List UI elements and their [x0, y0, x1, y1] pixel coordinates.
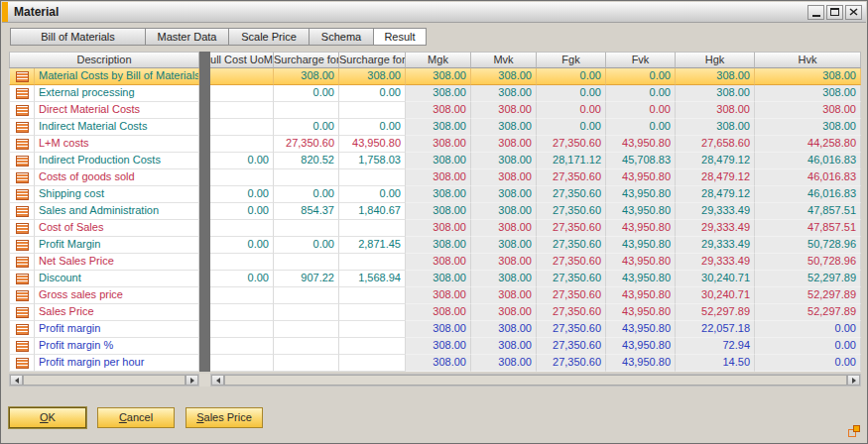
- row-value-cell[interactable]: [339, 321, 406, 338]
- row-value-cell[interactable]: [274, 355, 339, 372]
- table-row[interactable]: Profit Margin0.000.002,871.45308.00308.0…: [9, 237, 861, 254]
- table-row[interactable]: Profit margin per hour308.00308.0027,350…: [9, 355, 861, 372]
- table-row[interactable]: Indirect Production Costs0.00820.521,758…: [9, 153, 861, 169]
- table-row[interactable]: Costs of goods sold308.00308.0027,350.60…: [9, 169, 861, 186]
- row-value-cell[interactable]: [210, 119, 274, 136]
- row-description[interactable]: Profit margin per hour: [35, 355, 199, 372]
- row-value-cell[interactable]: 0.00: [210, 271, 274, 287]
- left-pane-hscrollbar[interactable]: [9, 374, 199, 387]
- row-value-cell[interactable]: [274, 338, 339, 355]
- row-description[interactable]: Costs of goods sold: [35, 169, 199, 186]
- table-row[interactable]: Direct Material Costs308.00308.000.000.0…: [9, 102, 861, 119]
- row-value-cell[interactable]: 308.00: [339, 68, 406, 85]
- row-value-cell[interactable]: 27,350.60: [274, 136, 339, 153]
- pane-splitter[interactable]: [199, 169, 210, 186]
- pane-splitter[interactable]: [199, 355, 210, 372]
- row-description[interactable]: Shipping cost: [35, 186, 199, 203]
- column-header[interactable]: Surcharge for: [339, 52, 406, 68]
- row-drilldown-icon[interactable]: [9, 68, 35, 85]
- row-value-cell[interactable]: [210, 355, 274, 372]
- column-header[interactable]: Fgk: [537, 52, 606, 68]
- row-drilldown-icon[interactable]: [9, 169, 35, 186]
- pane-splitter[interactable]: [199, 119, 210, 136]
- left-hscroll-thumb[interactable]: [23, 375, 186, 386]
- row-drilldown-icon[interactable]: [9, 237, 35, 254]
- row-description[interactable]: Direct Material Costs: [35, 102, 199, 119]
- row-description[interactable]: Indirect Material Costs: [35, 119, 199, 136]
- row-value-cell[interactable]: [210, 169, 274, 186]
- tab-result[interactable]: Result: [373, 28, 427, 46]
- row-description[interactable]: Cost of Sales: [35, 220, 199, 237]
- row-description[interactable]: Profit margin %: [35, 338, 199, 355]
- row-value-cell[interactable]: 2,871.45: [339, 237, 406, 254]
- scroll-right-button[interactable]: [186, 375, 198, 386]
- scroll-left-button[interactable]: [211, 375, 224, 386]
- row-description[interactable]: External processing: [35, 85, 199, 102]
- right-pane-hscrollbar[interactable]: [210, 374, 861, 387]
- row-value-cell[interactable]: 0.00: [274, 186, 339, 203]
- row-value-cell[interactable]: [339, 254, 406, 271]
- row-value-cell[interactable]: 308.00: [274, 68, 339, 85]
- row-drilldown-icon[interactable]: [9, 304, 35, 321]
- pane-splitter[interactable]: [199, 68, 210, 85]
- pane-splitter[interactable]: [199, 338, 210, 355]
- pane-splitter[interactable]: [199, 203, 210, 220]
- row-value-cell[interactable]: 0.00: [339, 85, 406, 102]
- pane-splitter[interactable]: [199, 321, 210, 338]
- row-value-cell[interactable]: [210, 338, 274, 355]
- row-value-cell[interactable]: [274, 220, 339, 237]
- column-header[interactable]: Mvk: [471, 52, 537, 68]
- minimize-button[interactable]: [807, 5, 824, 20]
- row-value-cell[interactable]: [274, 321, 339, 338]
- column-header-description[interactable]: Description: [9, 52, 199, 68]
- pane-splitter[interactable]: [199, 52, 210, 68]
- row-description[interactable]: Net Sales Price: [35, 254, 199, 271]
- row-value-cell[interactable]: 0.00: [210, 153, 274, 169]
- row-value-cell[interactable]: 0.00: [274, 237, 339, 254]
- row-drilldown-icon[interactable]: [9, 102, 35, 119]
- row-value-cell[interactable]: [339, 355, 406, 372]
- column-header[interactable]: Surcharge for: [274, 52, 339, 68]
- pane-splitter[interactable]: [199, 85, 210, 102]
- row-value-cell[interactable]: 0.00: [210, 237, 274, 254]
- row-value-cell[interactable]: 0.00: [274, 85, 339, 102]
- pane-splitter[interactable]: [199, 186, 210, 203]
- row-value-cell[interactable]: [274, 254, 339, 271]
- row-value-cell[interactable]: 0.00: [210, 186, 274, 203]
- column-header[interactable]: Hgk: [676, 52, 755, 68]
- row-value-cell[interactable]: [210, 68, 274, 85]
- pane-splitter[interactable]: [199, 102, 210, 119]
- row-description[interactable]: Gross sales price: [35, 287, 199, 304]
- column-header[interactable]: Mgk: [406, 52, 471, 68]
- row-description[interactable]: Profit Margin: [35, 237, 199, 254]
- sales-price-button[interactable]: Sales Price: [186, 407, 263, 428]
- table-row[interactable]: External processing0.000.00308.00308.000…: [9, 85, 861, 102]
- row-drilldown-icon[interactable]: [9, 287, 35, 304]
- table-row[interactable]: Gross sales price308.00308.0027,350.6043…: [9, 287, 861, 304]
- row-value-cell[interactable]: [210, 102, 274, 119]
- row-value-cell[interactable]: 1,568.94: [339, 271, 406, 287]
- table-row[interactable]: Profit margin %308.00308.0027,350.6043,9…: [9, 338, 861, 355]
- row-value-cell[interactable]: [274, 287, 339, 304]
- column-header[interactable]: Fvk: [606, 52, 676, 68]
- table-row[interactable]: Sales and Administration0.00854.371,840.…: [9, 203, 861, 220]
- scroll-left-button[interactable]: [10, 375, 23, 386]
- row-description[interactable]: Material Costs by Bill of Materials: [35, 68, 199, 85]
- row-drilldown-icon[interactable]: [9, 321, 35, 338]
- column-header[interactable]: Hvk: [755, 52, 861, 68]
- row-value-cell[interactable]: [339, 304, 406, 321]
- row-description[interactable]: Sales Price: [35, 304, 199, 321]
- row-value-cell[interactable]: [339, 287, 406, 304]
- row-value-cell[interactable]: 1,840.67: [339, 203, 406, 220]
- row-drilldown-icon[interactable]: [9, 153, 35, 169]
- row-value-cell[interactable]: [339, 169, 406, 186]
- row-value-cell[interactable]: 0.00: [339, 186, 406, 203]
- row-drilldown-icon[interactable]: [9, 220, 35, 237]
- table-row[interactable]: Indirect Material Costs0.000.00308.00308…: [9, 119, 861, 136]
- row-drilldown-icon[interactable]: [9, 254, 35, 271]
- row-value-cell[interactable]: [210, 136, 274, 153]
- tab-scale-price[interactable]: Scale Price: [228, 28, 310, 46]
- row-value-cell[interactable]: 0.00: [274, 119, 339, 136]
- row-value-cell[interactable]: [210, 287, 274, 304]
- row-value-cell[interactable]: [274, 102, 339, 119]
